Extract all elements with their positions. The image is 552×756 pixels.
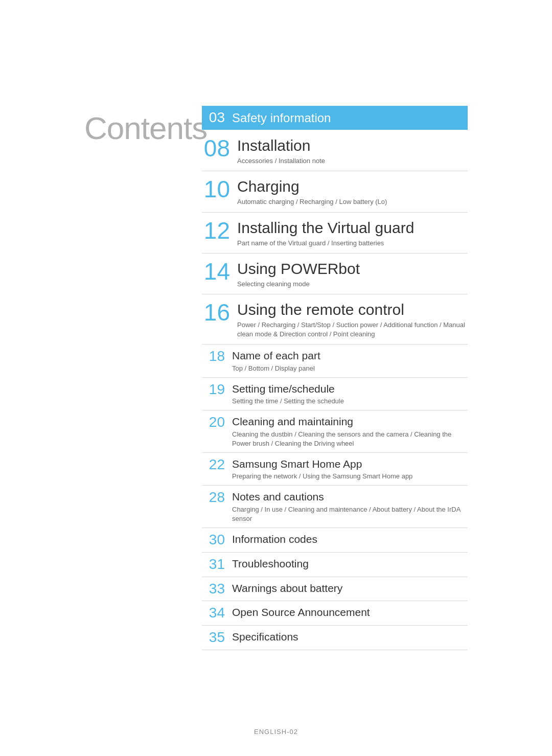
page-number: 10 [202,176,230,202]
item-content: Setting time/scheduleSetting the time / … [232,382,468,406]
item-subtitle: Top / Bottom / Display panel [232,364,468,373]
item-content: Name of each partTop / Bottom / Display … [232,349,468,373]
item-content: Specifications [232,630,468,644]
toc-item: 31Troubleshooting [202,553,468,577]
item-subtitle: Selecting cleaning mode [237,280,468,289]
page-number: 20 [202,415,225,430]
item-content: Safety information [232,110,468,126]
toc-item: 22Samsung Smart Home AppPreparing the ne… [202,453,468,486]
item-title: Using POWERbot [237,259,468,279]
item-title: Cleaning and maintaining [232,415,468,428]
item-subtitle: Automatic charging / Recharging / Low ba… [237,197,468,207]
item-title: Name of each part [232,349,468,362]
item-subtitle: Setting the time / Setting the schedule [232,397,468,406]
item-subtitle: Preparing the network / Using the Samsun… [232,472,468,481]
toc-item: 08InstallationAccessories / Installation… [202,130,468,171]
item-title: Open Source Announcement [232,605,468,619]
page-number: 35 [202,630,225,646]
item-title: Installing the Virtual guard [237,218,468,238]
item-title: Warnings about battery [232,581,468,595]
toc-item: 33Warnings about battery [202,577,468,602]
item-title: Specifications [232,630,468,644]
page-number: 22 [202,457,225,473]
page-number: 33 [202,581,225,597]
toc-item: 19Setting time/scheduleSetting the time … [202,378,468,410]
item-subtitle: Power / Recharging / Start/Stop / Suctio… [237,320,468,339]
item-title: Using the remote control [237,300,468,319]
page-number: 19 [202,382,225,398]
item-subtitle: Charging / In use / Cleaning and mainten… [232,505,468,523]
toc-item: 28Notes and cautionsCharging / In use / … [202,486,468,528]
toc-list: 03Safety information08InstallationAccess… [202,106,468,650]
item-title: Information codes [232,532,468,546]
item-subtitle: Accessories / Installation note [237,156,468,166]
item-content: ChargingAutomatic charging / Recharging … [237,176,468,207]
content-wrapper: Contents 03Safety information08Installat… [84,106,468,650]
page-number: 16 [202,300,230,326]
toc-item: 18Name of each partTop / Bottom / Displa… [202,345,468,377]
toc-item: 03Safety information [202,106,468,130]
item-content: Information codes [232,532,468,546]
item-title: Safety information [232,110,468,126]
item-title: Troubleshooting [232,557,468,570]
page-number: 28 [202,490,225,506]
item-content: Using the remote controlPower / Rechargi… [237,300,468,339]
item-content: Installing the Virtual guardPart name of… [237,218,468,248]
page-number: 30 [202,532,225,548]
item-content: Samsung Smart Home AppPreparing the netw… [232,457,468,481]
toc-item: 34Open Source Announcement [202,601,468,626]
item-title: Notes and cautions [232,490,468,503]
toc-item: 20Cleaning and maintainingCleaning the d… [202,410,468,453]
item-subtitle: Cleaning the dustbin / Cleaning the sens… [232,430,468,448]
item-title: Installation [237,135,468,155]
item-title: Setting time/schedule [232,382,468,396]
toc-item: 16Using the remote controlPower / Rechar… [202,294,468,345]
item-title: Charging [237,176,468,196]
item-content: Notes and cautionsCharging / In use / Cl… [232,490,468,523]
page-number: 31 [202,557,225,572]
item-content: Warnings about battery [232,581,468,595]
page-container: Contents 03Safety information08Installat… [0,0,552,756]
page-number: 08 [202,135,230,162]
item-title: Samsung Smart Home App [232,457,468,471]
page-number: 18 [202,349,225,364]
toc-item: 12Installing the Virtual guardPart name … [202,213,468,254]
item-content: InstallationAccessories / Installation n… [237,135,468,166]
item-subtitle: Part name of the Virtual guard / Inserti… [237,239,468,248]
item-content: Cleaning and maintainingCleaning the dus… [232,415,468,448]
toc-item: 10ChargingAutomatic charging / Rechargin… [202,171,468,212]
item-content: Using POWERbotSelecting cleaning mode [237,259,468,289]
item-content: Troubleshooting [232,557,468,570]
toc-item: 30Information codes [202,528,468,553]
footer-text: ENGLISH-02 [254,728,298,736]
toc-item: 14Using POWERbotSelecting cleaning mode [202,254,468,294]
page-number: 03 [202,110,225,126]
page-number: 12 [202,218,230,244]
item-content: Open Source Announcement [232,605,468,619]
page-title: Contents [84,106,187,146]
toc-item: 35Specifications [202,626,468,650]
page-number: 14 [202,259,230,285]
page-number: 34 [202,605,225,621]
